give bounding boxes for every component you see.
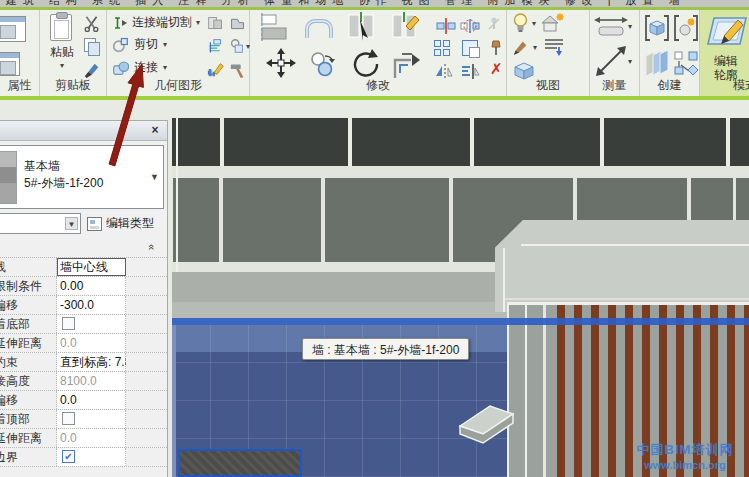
lightbulb-icon	[512, 12, 529, 34]
ribbon-panel-geometry: 连接端切割▾ 剪切▾ 连接▾ ▾	[107, 10, 250, 96]
collapse-all-icon[interactable]: «	[146, 244, 158, 250]
type-selector-dropdown-icon[interactable]: ▼	[150, 172, 159, 182]
copy-clipboard-icon[interactable]	[84, 38, 100, 54]
property-value[interactable]: 8100.0	[57, 372, 126, 390]
wall-joins-icon[interactable]	[207, 15, 224, 36]
edit-type-label: 编辑类型	[106, 215, 154, 232]
measure-diagonal-icon	[594, 44, 628, 78]
paste-button[interactable]: 粘贴 ▾	[50, 14, 74, 70]
cut-clipboard-icon[interactable]	[83, 15, 100, 36]
paste-icon	[50, 14, 72, 41]
property-label: 底部限制条件	[0, 277, 57, 295]
property-value[interactable]: 墙中心线	[57, 258, 126, 276]
graphic-overrides-button[interactable]: ▾	[512, 38, 537, 56]
close-icon[interactable]: ×	[147, 123, 163, 138]
property-value[interactable]	[57, 315, 126, 333]
ribbon: 属性 粘贴 ▾ 剪贴板 连接端切割▾	[0, 10, 749, 96]
property-label: 底部偏移	[0, 296, 57, 314]
property-value[interactable]: 0.0	[57, 391, 126, 409]
parameter-group-header[interactable]: «	[0, 239, 167, 258]
canopy-wedge[interactable]	[458, 400, 516, 446]
properties-titlebar[interactable]: ×	[0, 121, 167, 141]
cut-profile-icon[interactable]	[436, 18, 456, 38]
align-icon[interactable]	[258, 12, 290, 46]
join-end-cut-icon	[112, 16, 128, 30]
create-parts-icon[interactable]	[673, 50, 699, 80]
drawing-area[interactable]	[172, 100, 749, 477]
split-element-icon[interactable]	[346, 12, 378, 46]
ribbon-panel-view: ▾ ▾ 视图	[507, 10, 590, 96]
join-geometry-button[interactable]: 连接▾	[112, 59, 167, 76]
edit-profile-icon	[706, 14, 748, 52]
property-checkbox[interactable]	[62, 412, 75, 425]
edit-profile-button[interactable]	[706, 14, 748, 56]
panel-label-modify: 修改	[250, 77, 506, 94]
scale-icon[interactable]	[462, 40, 478, 56]
selected-opening-patch[interactable]	[178, 449, 302, 477]
create-assembly-icon[interactable]	[643, 48, 671, 80]
face-split-icon[interactable]: ▾	[228, 37, 250, 55]
property-checkbox[interactable]: ✔	[62, 450, 75, 463]
property-value[interactable]: 0.0	[57, 334, 126, 352]
property-row: 无连接高度 8100.0	[0, 372, 167, 391]
array-icon[interactable]	[434, 40, 450, 56]
watermark-url: www.bimcn.org	[622, 459, 748, 471]
join-geometry-icon	[112, 59, 129, 76]
ribbon-tab-strip[interactable]: 建筑 结构 系统 插入 注释 分析 体量和场地 协作 视图 管理 附加模块 修改…	[0, 0, 749, 7]
thin-lines-icon[interactable]	[543, 37, 565, 61]
view-house-icon[interactable]	[540, 13, 564, 37]
ribbon-panel-properties: 属性	[0, 10, 40, 96]
offset-icon[interactable]	[302, 14, 334, 46]
property-row: 底部偏移 -300.0	[0, 296, 167, 315]
panel-label-view: 视图	[507, 77, 589, 94]
property-row: 底部限制条件 0.00	[0, 277, 167, 296]
measure-along-button[interactable]: ▾	[594, 44, 632, 78]
property-row: 已附着顶部	[0, 410, 167, 429]
split-with-gap-icon[interactable]	[390, 12, 422, 46]
property-label: 已附着底部	[0, 315, 57, 333]
properties-grid: 定位线 墙中心线 底部限制条件 0.00 底部偏移 -300.0 已附着底部 底…	[0, 258, 167, 467]
properties-palette-icon[interactable]	[0, 16, 26, 42]
panel-label-properties: 属性	[0, 77, 39, 94]
filter-combobox[interactable]: ▼	[0, 213, 81, 234]
pin-icon[interactable]	[488, 39, 504, 60]
unpin-icon[interactable]	[486, 16, 502, 36]
beam-cope-icon[interactable]	[229, 15, 246, 36]
property-row: 底部延伸距离 0.0	[0, 334, 167, 353]
create-group-icon[interactable]	[644, 14, 670, 46]
property-value[interactable]: ✔	[57, 448, 126, 466]
filter-dropdown-icon[interactable]: ▼	[65, 217, 78, 230]
curtainwall-upper-row[interactable]	[172, 118, 749, 166]
property-value[interactable]: -300.0	[57, 296, 126, 314]
element-properties-icon[interactable]	[0, 52, 20, 76]
ribbon-panel-create: 创建	[640, 10, 700, 96]
join-end-cut-button[interactable]: 连接端切割▾	[112, 14, 200, 31]
type-selector[interactable]: 基本墙 5#-外墙-1f-200 ▼	[0, 145, 164, 209]
property-row: 已附着底部	[0, 315, 167, 334]
measure-between-button[interactable]: ▾	[594, 14, 632, 38]
cut-geometry-button[interactable]: 剪切▾	[112, 36, 167, 53]
property-value[interactable]: 0.0	[57, 429, 126, 447]
properties-palette: × 基本墙 5#-外墙-1f-200 ▼ ▼ 编辑类型 « 定位线 墙中心线	[0, 120, 168, 477]
property-value[interactable]: 0.00	[57, 277, 126, 295]
property-value[interactable]: 直到标高: 7.800	[57, 353, 126, 371]
cut-geometry-icon	[112, 36, 129, 53]
split-center-icon[interactable]	[460, 18, 480, 38]
create-similar-icon[interactable]	[673, 14, 699, 46]
paste-dropdown-icon[interactable]: ▾	[50, 61, 74, 70]
property-label: 无连接高度	[0, 372, 57, 390]
window-sill-band	[172, 166, 749, 176]
demolish-icon[interactable]	[207, 38, 224, 59]
delete-icon[interactable]: ✗	[490, 62, 503, 76]
panel-label-geometry: 几何图形	[107, 77, 249, 94]
reveal-hidden-button[interactable]: ▾	[512, 12, 536, 34]
ribbon-panel-modify: ✗ 修改	[250, 10, 507, 96]
property-row: 定位线 墙中心线	[0, 258, 167, 277]
edit-type-button[interactable]: 编辑类型	[87, 212, 166, 235]
balcony-volume[interactable]	[495, 220, 749, 312]
ribbon-panel-mode: 编辑 轮廓 模式	[700, 10, 749, 96]
property-checkbox[interactable]	[62, 317, 75, 330]
property-value[interactable]	[57, 410, 126, 428]
property-row: 顶部偏移 0.0	[0, 391, 167, 410]
type-family: 基本墙	[24, 158, 103, 175]
